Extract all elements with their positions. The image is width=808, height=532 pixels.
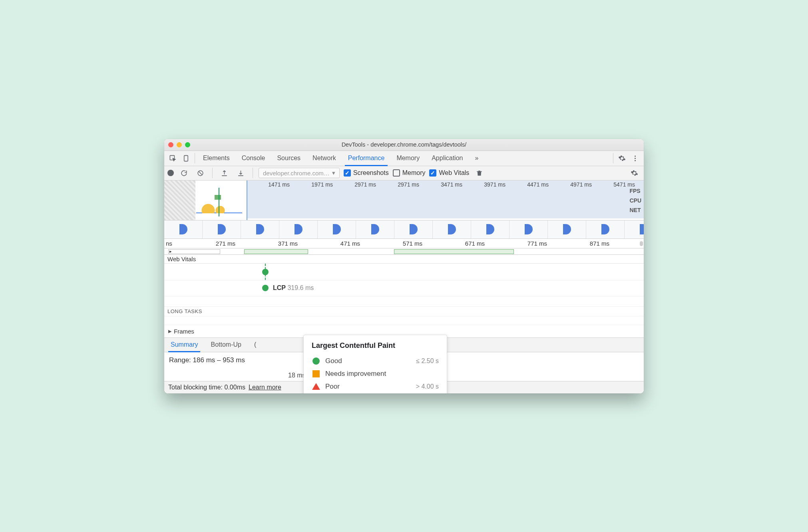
overview-timeline[interactable]: 471 ms971 ms 1471 ms1971 ms 2971 ms2971 … <box>164 181 644 220</box>
svg-point-4 <box>635 160 636 161</box>
svg-rect-1 <box>184 155 188 161</box>
network-bar[interactable]: ▸ <box>168 249 220 254</box>
minimize-window-icon[interactable] <box>177 142 182 147</box>
tab-more[interactable]: ( <box>248 338 263 352</box>
tooltip-needs-label: Needs improvement <box>325 370 439 378</box>
tab-bottom-up[interactable]: Bottom-Up <box>204 338 247 352</box>
tooltip-row-good: Good ≤ 2.50 s <box>312 355 439 367</box>
lcp-value: 319.6 ms <box>287 284 314 291</box>
network-lane[interactable]: ▸ <box>164 248 644 255</box>
tab-application[interactable]: Application <box>426 151 468 166</box>
filmstrip-frame[interactable] <box>241 220 279 238</box>
main-tabstrip: Elements Console Sources Network Perform… <box>164 151 644 166</box>
web-vitals-header: Web Vitals <box>164 255 644 264</box>
traffic-lights <box>168 142 190 147</box>
divider <box>253 168 253 178</box>
trash-icon[interactable] <box>473 167 486 179</box>
tab-performance[interactable]: Performance <box>342 151 390 166</box>
reload-icon[interactable] <box>178 167 190 179</box>
filmstrip-frame[interactable] <box>509 220 548 238</box>
filmstrip-frame[interactable] <box>548 220 586 238</box>
expand-icon: ▶ <box>168 329 171 334</box>
long-tasks-row <box>164 316 644 325</box>
web-vitals-row <box>164 264 644 280</box>
filmstrip-frame[interactable] <box>203 220 241 238</box>
cpu-label: CPU <box>629 197 641 204</box>
lcp-label: LCP <box>273 284 286 291</box>
triangle-icon <box>312 383 320 390</box>
circle-icon <box>312 357 320 365</box>
web-vitals-row <box>164 296 644 307</box>
memory-label: Memory <box>402 169 426 177</box>
kebab-menu-icon[interactable] <box>629 152 641 165</box>
record-button[interactable] <box>167 170 174 176</box>
chevron-down-icon: ▾ <box>332 169 335 177</box>
svg-point-2 <box>635 155 636 157</box>
tab-network[interactable]: Network <box>307 151 342 166</box>
tab-elements[interactable]: Elements <box>197 151 235 166</box>
divider <box>212 168 213 178</box>
web-vitals-checkbox[interactable]: ✓ Web Vitals <box>429 169 469 177</box>
lcp-annotation: LCP 319.6 ms <box>273 284 314 292</box>
filmstrip-frame[interactable] <box>318 220 356 238</box>
download-icon[interactable] <box>235 167 247 179</box>
filmstrip-frame[interactable] <box>164 220 203 238</box>
upload-icon[interactable] <box>218 167 231 179</box>
filmstrip-frame[interactable] <box>471 220 509 238</box>
overview-lane-labels: FPS CPU NET <box>629 188 641 213</box>
network-bar[interactable] <box>394 249 514 254</box>
checkbox-icon <box>393 169 400 177</box>
lcp-marker-icon[interactable] <box>262 285 269 291</box>
net-label: NET <box>629 207 641 213</box>
screenshot-filmstrip[interactable] <box>164 220 644 239</box>
tab-console[interactable]: Console <box>236 151 271 166</box>
square-icon <box>312 370 320 377</box>
lcp-row: LCP 319.6 ms <box>164 280 644 296</box>
settings-gear-icon[interactable] <box>616 152 628 165</box>
frames-label: Frames <box>174 328 194 335</box>
filmstrip-frame[interactable] <box>279 220 318 238</box>
tab-more[interactable]: » <box>469 151 484 166</box>
long-tasks-header: LONG TASKS <box>164 307 644 316</box>
screenshots-label: Screenshots <box>353 169 389 177</box>
performance-toolbar: developer.chrome.com… ▾ ✓ Screenshots Me… <box>164 166 644 181</box>
tooltip-poor-thresh: > 4.00 s <box>416 383 439 390</box>
fps-label: FPS <box>629 188 641 194</box>
close-window-icon[interactable] <box>168 142 173 147</box>
memory-checkbox[interactable]: Memory <box>393 169 426 177</box>
tooltip-row-needs: Needs improvement <box>312 367 439 380</box>
divider <box>195 153 195 163</box>
zoom-window-icon[interactable] <box>185 142 190 147</box>
detail-ruler[interactable]: ns 271 ms371 ms 471 ms571 ms 671 ms771 m… <box>164 239 644 248</box>
capture-settings-gear-icon[interactable] <box>628 167 641 179</box>
tab-memory[interactable]: Memory <box>391 151 425 166</box>
recording-select[interactable]: developer.chrome.com… ▾ <box>259 168 340 178</box>
filmstrip-frame[interactable] <box>394 220 433 238</box>
tab-sources[interactable]: Sources <box>271 151 306 166</box>
tooltip-row-poor: Poor > 4.00 s <box>312 380 439 393</box>
filmstrip-frame[interactable] <box>433 220 471 238</box>
tab-summary[interactable]: Summary <box>164 338 204 352</box>
window-titlebar: DevTools - developer.chrome.com/tags/dev… <box>164 139 644 151</box>
clear-icon[interactable] <box>194 167 207 179</box>
recording-select-label: developer.chrome.com… <box>263 170 330 177</box>
web-vitals-label: Web Vitals <box>439 169 469 177</box>
inspect-element-icon[interactable] <box>167 152 179 165</box>
tooltip-good-label: Good <box>325 357 416 365</box>
filmstrip-frame[interactable] <box>356 220 394 238</box>
tooltip-poor-label: Poor <box>325 383 416 391</box>
checkbox-icon: ✓ <box>429 169 436 177</box>
vital-marker-icon[interactable] <box>262 269 269 275</box>
lcp-tooltip: Largest Contentful Paint Good ≤ 2.50 s N… <box>303 335 447 393</box>
network-bar[interactable] <box>244 249 308 254</box>
filmstrip-frame[interactable] <box>625 220 644 238</box>
overview-selection[interactable] <box>164 181 247 220</box>
filmstrip-frame[interactable] <box>586 220 625 238</box>
divider <box>613 153 613 163</box>
screenshots-checkbox[interactable]: ✓ Screenshots <box>344 169 389 177</box>
device-toggle-icon[interactable] <box>180 152 192 165</box>
window-title: DevTools - developer.chrome.com/tags/dev… <box>342 141 467 148</box>
tooltip-title: Largest Contentful Paint <box>312 341 439 350</box>
learn-more-link[interactable]: Learn more <box>249 384 281 391</box>
devtools-window: DevTools - developer.chrome.com/tags/dev… <box>164 139 644 393</box>
